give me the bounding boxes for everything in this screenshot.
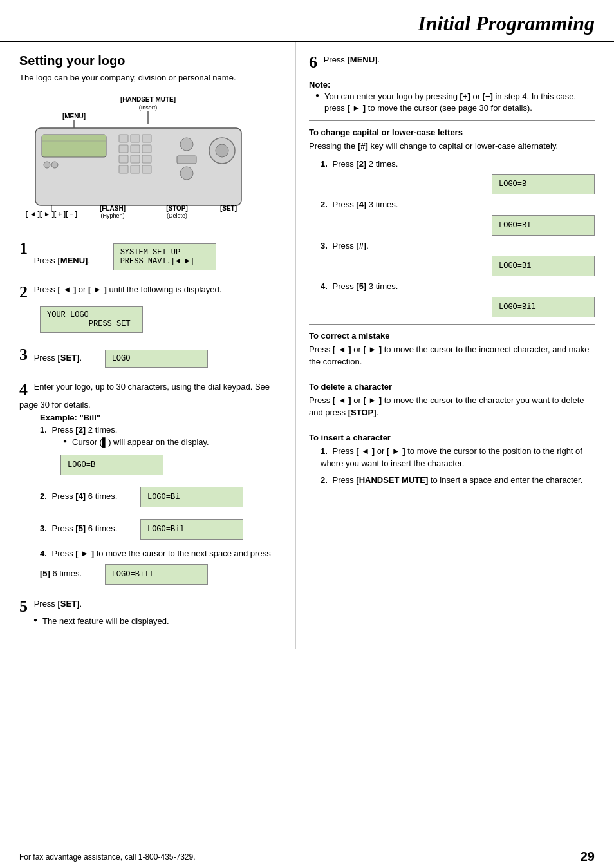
capital-sub2: 2. Press [4] 3 times. LOGO=BI	[321, 198, 595, 236]
note-key1: [+]	[460, 91, 470, 101]
capital-key-hash: [#]	[358, 141, 368, 151]
right-column: 6 Press [MENU]. Note: You can enter your…	[296, 42, 614, 649]
diag-label-hyphen: (Hyphen)	[100, 212, 124, 219]
note-block: Note: You can enter your logo by pressin…	[309, 79, 595, 115]
capital-sub1: 1. Press [2] 2 times. LOGO=B	[321, 158, 595, 195]
divider-3	[309, 375, 595, 375]
capital-sub1-key: [2]	[356, 159, 366, 169]
capital-sub4-lcd: LOGO=Bil	[492, 297, 595, 317]
svg-rect-6	[131, 135, 140, 142]
svg-rect-12	[131, 155, 140, 163]
delete-key3: [STOP]	[348, 408, 377, 417]
page-title: Initial Programming	[418, 12, 595, 35]
diag-label-insert: (Insert)	[138, 104, 157, 111]
step-4-sub1-lcd: LOGO=B	[60, 455, 163, 475]
step-4-example: Example: "Bill"	[40, 411, 283, 424]
step-3-key: [SET]	[57, 353, 79, 363]
delete-section: To delete a character Press [ ◄ ] or [ ►…	[309, 382, 595, 419]
capital-section: To change capital or lower-case letters …	[309, 127, 595, 317]
page-footer: For fax advantage assistance, call 1-800…	[0, 845, 614, 868]
step-2-lcd: YOUR LOGO PRESS SET	[40, 306, 143, 333]
note-key2: [−]	[483, 91, 493, 101]
correct-key2: [ ► ]	[363, 344, 382, 354]
insert-sub1: 1. Press [ ◄ ] or [ ► ] to move the curs…	[321, 445, 595, 470]
step-4-sub1: 1. Press [2] 2 times. Cursor (▌) will ap…	[40, 424, 283, 479]
section-intro: The logo can be your company, division o…	[19, 72, 283, 84]
device-display	[42, 135, 106, 157]
diag-label-handset-mute: [HANDSET MUTE]	[120, 96, 175, 103]
svg-point-19	[180, 167, 193, 180]
note-label: Note:	[309, 80, 330, 90]
insert-sub1-key1: [ ◄ ]	[356, 446, 375, 456]
svg-rect-11	[119, 155, 128, 163]
svg-point-21	[216, 144, 228, 157]
step-4-sub3-lcd: LOGO=Bil	[140, 519, 243, 540]
svg-rect-10	[142, 145, 151, 153]
divider-1	[309, 120, 595, 121]
step-4-text: Enter your logo, up to 30 characters, us…	[19, 382, 270, 410]
step-2-text: Press [ ◄ ] or [ ► ] until the following…	[34, 285, 222, 294]
delete-key1: [ ◄ ]	[333, 395, 351, 405]
step-2-key-left: [ ◄ ]	[57, 285, 76, 294]
step-4-sub4: 4. Press [ ► ] to move the cursor to the…	[40, 547, 283, 589]
capital-intro: Pressing the [#] key will change to capi…	[309, 140, 595, 153]
step-4-sub2: 2. Press [4] 6 times. LOGO=Bi	[40, 483, 283, 511]
step-3-block: 3 Press [SET]. LOGO=	[19, 346, 283, 372]
step-6-block: 6 Press [MENU].	[309, 53, 595, 72]
svg-rect-14	[119, 165, 128, 173]
step-5-block: 5 Press [SET]. The next feature will be …	[19, 598, 283, 628]
correct-text: Press [ ◄ ] or [ ► ] to move the cursor …	[309, 343, 595, 368]
content-area: Setting your logo The logo can be your c…	[0, 42, 614, 649]
divider-2	[309, 324, 595, 325]
svg-rect-16	[142, 165, 151, 173]
step-1-text: Press [MENU].	[34, 256, 90, 265]
step-2-key-right: [ ► ]	[88, 285, 107, 294]
step-4-sub3: 3. Press [5] 6 times. LOGO=Bil	[40, 515, 283, 543]
capital-sub3: 3. Press [#]. LOGO=Bi	[321, 240, 595, 277]
delete-key2: [ ► ]	[363, 395, 382, 405]
svg-point-4	[51, 162, 58, 168]
step-1-key: [MENU]	[57, 256, 88, 265]
page-header: Initial Programming	[0, 0, 614, 42]
capital-sub4: 4. Press [5] 3 times. LOGO=Bil	[321, 280, 595, 317]
step-2-number: 2	[19, 283, 28, 301]
step-4-sub4-key1: [ ► ]	[75, 549, 94, 558]
step-4-sub2-key: [4]	[75, 491, 86, 501]
step-4-sub1-key: [2]	[75, 425, 86, 435]
capital-sub2-lcd: LOGO=BI	[492, 215, 595, 236]
capital-sub4-key: [5]	[356, 281, 366, 291]
diagram-svg: [HANDSET MUTE] (Insert) [MENU]	[23, 93, 280, 231]
capital-heading: To change capital or lower-case letters	[309, 127, 595, 137]
step-5-number: 5	[19, 597, 28, 616]
step-2-block: 2 Press [ ◄ ] or [ ► ] until the followi…	[19, 283, 283, 337]
footer-text: For fax advantage assistance, call 1-800…	[19, 853, 196, 862]
insert-sub1-key2: [ ► ]	[387, 446, 405, 456]
step-3-lcd: LOGO=	[105, 350, 208, 368]
svg-rect-15	[131, 165, 140, 173]
note-key3: [ ► ]	[347, 103, 366, 113]
delete-heading: To delete a character	[309, 382, 595, 392]
svg-rect-7	[142, 135, 151, 142]
step-5-bullet: The next feature will be displayed.	[42, 616, 283, 627]
insert-section: To insert a character 1. Press [ ◄ ] or …	[309, 433, 595, 487]
step-1-block: 1 Press [MENU]. SYSTEM SET UPPRESS NAVI.…	[19, 240, 283, 274]
note-bullet: You can enter your logo by pressing [+] …	[315, 91, 595, 114]
correct-key1: [ ◄ ]	[333, 344, 351, 354]
step-5-key: [SET]	[57, 599, 79, 609]
step-3-number: 3	[19, 345, 28, 364]
step-5-text: Press [SET].	[34, 599, 82, 609]
step-3-text: Press [SET].	[34, 353, 82, 363]
svg-rect-5	[119, 135, 128, 142]
insert-sub2-key: [HANDSET MUTE]	[356, 475, 428, 485]
svg-point-17	[180, 138, 193, 151]
step-1-lcd: SYSTEM SET UPPRESS NAVI.[◄ ►]	[113, 243, 216, 270]
svg-rect-9	[131, 145, 140, 153]
capital-sub3-lcd: LOGO=Bi	[492, 256, 595, 276]
svg-rect-13	[142, 155, 151, 163]
step-6-key: [MENU]	[347, 55, 377, 64]
svg-point-3	[44, 162, 50, 168]
correct-section: To correct a mistake Press [ ◄ ] or [ ► …	[309, 331, 595, 368]
step-4-sub2-lcd: LOGO=Bi	[140, 487, 243, 507]
diag-label-delete: (Delete)	[166, 212, 187, 219]
step-4-sub4-key2: [5]	[40, 569, 50, 578]
